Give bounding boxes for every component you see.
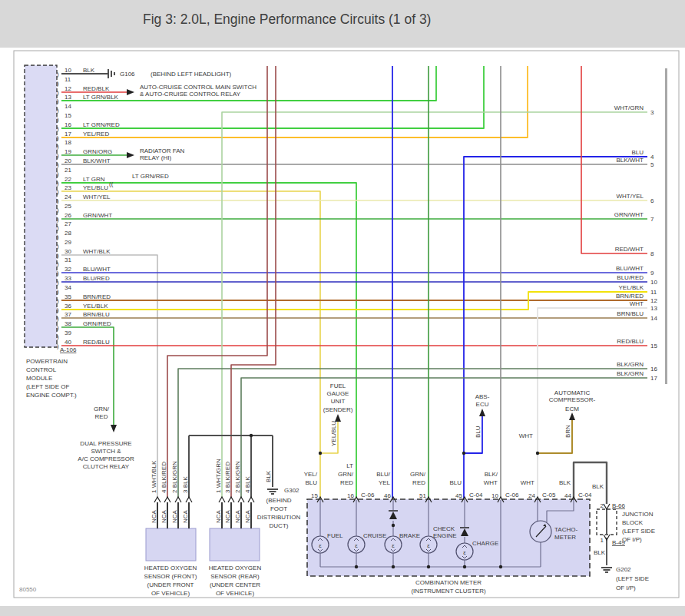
diagram-label: 3 BLK/RED: [224, 462, 231, 493]
diagram-label: 46: [384, 492, 391, 499]
diagram-label: C-06: [505, 492, 519, 498]
diagram-label: RADIATOR FAN: [140, 147, 185, 154]
diagram-label: C-04: [469, 492, 483, 498]
diagram-label: 24: [528, 492, 535, 499]
diagram-label: C-05: [542, 492, 556, 498]
diagram-label: BLK: [592, 483, 604, 490]
pcm-pin-terminal-icon: ): [57, 89, 59, 96]
pcm-pin-terminal-icon: ): [57, 161, 59, 168]
pcm-pin-wire-label: GRN/ORG: [83, 148, 112, 155]
junction-dot: [319, 452, 322, 455]
connector-arrow-icon: [175, 497, 181, 502]
diagram-label: NCA: [224, 509, 231, 523]
pcm-pin-wire-label: BLU/WHT: [83, 266, 111, 273]
diagram-label: ENGINE COMPT.): [26, 392, 77, 399]
diagram-label: DISTRIBUTION: [257, 514, 301, 521]
diagram-label: G202: [616, 566, 631, 573]
arrow-icon: [335, 414, 341, 422]
pcm-pin-wire-label: WHT/BLK: [83, 248, 111, 255]
pcm-pin-wire-label: LT GRN/RED: [83, 121, 120, 128]
diagram-label: NCA: [234, 509, 241, 523]
pcm-pin-number: 39: [65, 330, 71, 336]
diagram-label: 2: [601, 502, 604, 509]
pcm-pin-wire-label: YEL/RED: [83, 131, 109, 137]
diagram-label: G302: [284, 487, 299, 494]
connector-arrow-icon: [154, 497, 160, 502]
diagram-label: COMPRESSOR-: [549, 396, 596, 403]
arrow-icon: [479, 409, 485, 416]
diagram-label: 3 BLK: [182, 476, 189, 493]
diagram-label: BLK/: [485, 471, 498, 478]
diagram-label: NCA: [171, 509, 178, 523]
diagram-label: 2 BLK/GRN: [171, 461, 178, 493]
diagram-label: ECU: [476, 401, 489, 408]
pcm-pin-number: 17: [65, 131, 71, 137]
diagram-label: DUAL PRESSURE: [80, 440, 131, 447]
right-pin-number: 11: [650, 289, 657, 296]
wire-whtgrn-3-o2rear: [222, 112, 647, 498]
junction-dot: [355, 565, 358, 568]
diagram-label: BLU: [475, 426, 481, 438]
pcm-pin-terminal-icon: ): [57, 143, 59, 150]
diagram-label: BLK: [594, 549, 606, 556]
right-pin-wire-label: RED/WHT: [615, 246, 644, 253]
pcm-pin-terminal-icon: ): [57, 216, 59, 223]
right-pin-number: 7: [650, 216, 654, 223]
pcm-pin-wire-label: BLU/RED: [83, 275, 110, 282]
pcm-pin-wire-label: LT GRN/BLK: [83, 94, 119, 101]
pcm-pin-wire-label: WHT/YEL: [83, 194, 111, 200]
diagram-label: B-66: [612, 502, 625, 509]
right-pin-number: 16: [650, 366, 657, 373]
right-pin-number: 15: [650, 343, 657, 349]
diagram-label: (BEHIND LEFT HEADLIGHT): [151, 71, 232, 78]
pcm-pin-number: 22: [65, 176, 71, 183]
bulb-check-engine-filament-icon: ε: [427, 542, 430, 549]
right-pin-wire-label: YEL/BLK: [619, 284, 644, 291]
pcm-pin-number: 19: [65, 148, 71, 155]
pcm-pin-number: 29: [65, 239, 71, 246]
diagram-label: NCA: [215, 509, 222, 523]
diagram-label: & AUTO-CRUISE CONTROL RELAY: [140, 91, 241, 98]
diagram-label: 10: [491, 492, 498, 499]
pcm-pin-terminal-icon: ): [57, 260, 59, 267]
pcm-pin-terminal-icon: ): [57, 233, 59, 240]
connector-arrow-icon: [604, 535, 610, 540]
junction-dot: [463, 565, 466, 568]
diagram-label: HEATED OXYGEN: [209, 565, 262, 571]
pcm-pin-number: 36: [65, 303, 71, 310]
right-pin-wire-label: WHT/YEL: [616, 193, 644, 200]
right-pin-number: 10: [650, 279, 657, 286]
arrow-icon: [127, 152, 134, 158]
wiring-diagram-page: Fig 3: 2.0L, Engine Performance Circuits…: [0, 0, 685, 616]
pcm-pin-number: 28: [65, 230, 71, 237]
right-pin-number: 6: [650, 197, 654, 204]
diagram-label: UNIT: [331, 398, 346, 405]
pcm-pin-terminal-icon: ): [57, 324, 59, 331]
pcm-pin-terminal-icon: ): [57, 252, 59, 259]
diagram-label: (LEFT SIDE: [616, 575, 649, 582]
right-pin-number: 8: [650, 250, 654, 257]
pcm-pin-number: 20: [65, 157, 71, 164]
diagram-label: RED: [340, 479, 353, 486]
pcm-pin-number: 26: [65, 212, 71, 219]
pcm-pin-terminal-icon: ): [57, 197, 59, 204]
diagram-label: G106: [120, 71, 135, 78]
pcm-pin-terminal-icon: ): [57, 224, 59, 231]
pcm-pin-number: 14: [65, 103, 71, 110]
pcm-pin-terminal-icon: ): [57, 288, 59, 295]
diagram-label: GAUGE: [327, 390, 349, 397]
bulb-fuel-filament-icon: ε: [319, 542, 322, 549]
pcm-pin-wire-label: BLK/WHT: [83, 157, 111, 164]
right-pin-number: 14: [650, 315, 657, 322]
right-continuation-bar: [665, 68, 667, 384]
pcm-pin-terminal-icon: ): [57, 171, 59, 177]
diagram-reference-code: 80550: [19, 586, 36, 593]
pcm-pin-wire-label: BLK: [83, 67, 95, 74]
diagram-label: SWITCH &: [91, 448, 121, 455]
diagram-label: 45: [455, 492, 462, 499]
diagram-label: CHARGE: [472, 540, 498, 547]
diagram-label: BLK: [559, 479, 571, 486]
right-pin-wire-label: BRN/BLU: [617, 310, 644, 317]
pcm-pin-terminal-icon: ): [57, 279, 59, 286]
diagram-label: BLU/: [376, 471, 391, 478]
